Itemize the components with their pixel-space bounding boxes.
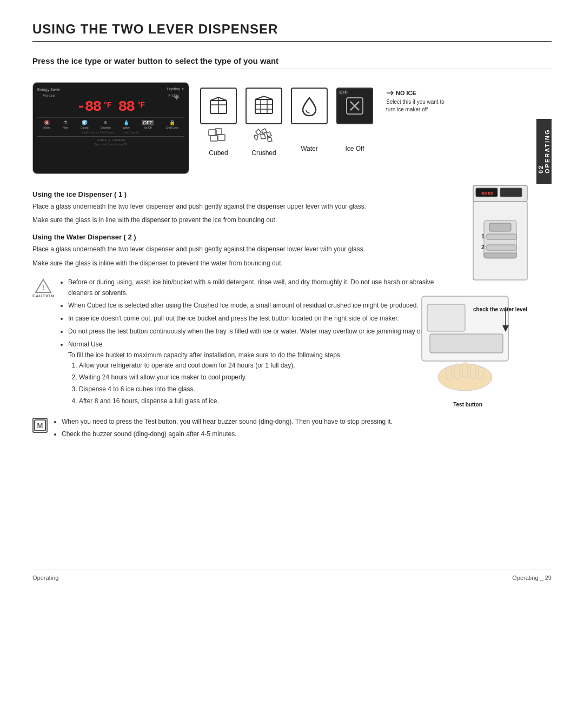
crushed-icon-box [245,88,282,124]
note-symbol-icon: M [34,419,47,432]
svg-marker-17 [261,134,266,139]
note-bullets: When you need to press the Test button, … [53,417,393,443]
ice-dispenser-text1: Place a glass underneath the two lever d… [32,202,454,212]
note-bullet-1: When you need to press the Test button, … [62,417,393,428]
cubed-label: Cubed [209,149,228,157]
ice-off-icon [345,96,364,116]
arrow-icon [386,90,394,96]
sub-title: Press the ice type or water button to se… [32,56,552,69]
crushed-sub-icon [253,128,275,147]
ice-dispenser-header: Using the ice Dispenser ( 1 ) [32,190,454,198]
cubed-icon-box [200,88,237,124]
svg-rect-42 [430,334,503,353]
no-ice-description: Select this if you want to turn ice make… [386,98,451,113]
ice-off-badge: OFF [339,90,348,95]
svg-rect-35 [487,234,516,239]
svg-rect-46 [454,364,460,379]
cubed-sub-icon [208,128,229,147]
ice-off-label: Ice Off [345,145,364,152]
svg-rect-49 [479,368,483,379]
bottom-diagram-area: check the water level Test button [32,291,530,408]
water-level-diagram-container: check the water level Test button [406,291,530,408]
no-ice-section: NO ICE Select this if you want to turn i… [386,90,451,113]
svg-rect-37 [487,245,516,250]
page-footer: Operating Operating _ 29 [32,570,552,581]
check-water-level-label: check the water level [473,306,527,313]
ice-dispenser-section: Using the ice Dispenser ( 1 ) Place a gl… [32,190,454,225]
water-icon-box [291,88,328,124]
water-dispenser-header: Using the Water Dispenser ( 2 ) [32,233,454,241]
cubed-ice-group: Cubed [200,88,237,157]
ice-dispenser-text2: Make sure the glass is in line with the … [32,215,454,225]
svg-text:!: ! [42,283,44,291]
crushed-icon [253,95,275,117]
footer-right: Operating _ 29 [512,575,552,581]
svg-text:-88 88: -88 88 [481,191,493,196]
svg-text:2: 2 [481,244,485,250]
water-dispenser-section: Using the Water Dispenser ( 2 ) Place a … [32,233,454,268]
fridge-svg: -88 88 1 2 [465,183,543,285]
svg-rect-41 [427,304,465,331]
ice-off-group: OFF Ice Off [336,88,373,152]
crushed-ice-group: Crushed [245,88,282,157]
svg-rect-34 [489,223,511,231]
side-tab: 02 OPERATING [536,119,552,184]
svg-rect-7 [210,136,217,141]
crushed-small-icon [253,128,275,144]
svg-rect-9 [255,99,273,113]
note-bullet-2: Check the buzzer sound (ding-dong) again… [62,429,393,440]
main-title: USING THE TWO LEVER DISPENSER [32,22,552,42]
svg-rect-8 [218,135,225,141]
svg-text:1: 1 [481,233,485,239]
test-button-label: Test button [406,402,530,408]
ice-icons-area: Cubed [200,82,451,157]
fridge-diagram: -88 88 1 2 [465,183,543,285]
svg-rect-39 [484,253,516,257]
cubed-icon [208,95,229,117]
water-icon [298,95,320,117]
water-dispenser-text1: Place a glass underneath the two lever d… [32,244,454,255]
water-group: Water [291,88,328,152]
svg-marker-19 [267,137,272,142]
crushed-label: Crushed [251,149,276,157]
water-level-image: check the water level Test button [406,291,530,408]
note-section: M When you need to press the Test button… [32,417,454,443]
footer-left: Operating [32,575,58,581]
svg-rect-45 [446,366,452,380]
svg-marker-16 [254,135,258,140]
water-label: Water [301,145,318,152]
no-ice-label: NO ICE [396,90,416,96]
control-panel-image: Energy Saver Lighting ✦ Freezer Fridge -… [32,82,189,174]
svg-rect-31 [500,188,522,197]
svg-rect-47 [462,363,468,378]
svg-marker-18 [267,132,271,137]
svg-text:M: M [37,422,43,430]
svg-rect-48 [470,364,476,379]
water-dispenser-text2: Make sure the glass is inline with the d… [32,258,454,269]
note-icon: M [32,418,48,433]
svg-marker-15 [262,129,267,133]
page-container: 02 OPERATING USING THE TWO LEVER DISPENS… [32,22,552,581]
ice-off-icon-box: OFF [336,88,373,124]
cubed-small-icon [208,128,229,144]
diagram-area: Energy Saver Lighting ✦ Freezer Fridge -… [32,82,552,174]
